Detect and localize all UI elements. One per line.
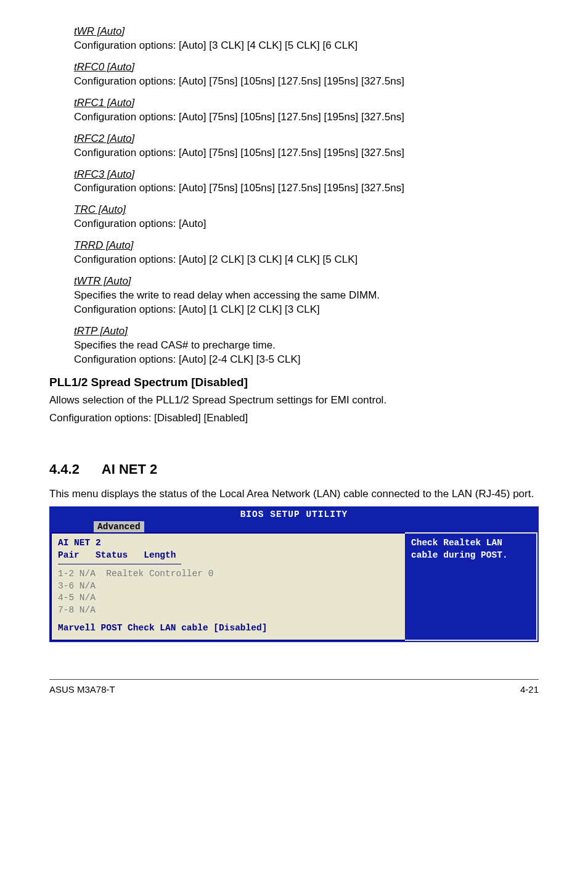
option-title: tWTR [Auto] xyxy=(74,274,539,289)
option-desc: Specifies the read CAS# to precharge tim… xyxy=(74,339,539,353)
option-title: tRTP [Auto] xyxy=(74,324,539,339)
bios-marvell-line: Marvell POST Check LAN cable [Disabled] xyxy=(58,622,399,635)
option-tRFC3: tRFC3 [Auto] Configuration options: [Aut… xyxy=(74,168,539,196)
divider xyxy=(58,564,181,564)
section-intro: This menu displays the status of the Loc… xyxy=(49,487,539,501)
option-title: tRFC3 [Auto] xyxy=(74,168,539,182)
option-text: Configuration options: [Auto] [75ns] [10… xyxy=(74,110,539,125)
option-tRFC1: tRFC1 [Auto] Configuration options: [Aut… xyxy=(74,96,539,125)
option-text: Configuration options: [Auto] [75ns] [10… xyxy=(74,146,539,160)
bios-row: 1-2 N/A Realtek Controller 0 xyxy=(58,568,399,580)
bios-tab-advanced: Advanced xyxy=(94,521,144,532)
option-text: Configuration options: [Auto] [75ns] [10… xyxy=(74,181,539,196)
option-TRRD: TRRD [Auto] Configuration options: [Auto… xyxy=(74,239,539,267)
option-text: Configuration options: [Auto] [2-4 CLK] … xyxy=(74,353,539,367)
option-text: Configuration options: [Auto] xyxy=(74,217,539,231)
option-title: tRFC0 [Auto] xyxy=(74,60,539,75)
bios-help-text: Check Realtek LAN cable during POST. xyxy=(411,537,530,561)
option-title: tWR [Auto] xyxy=(74,25,539,39)
option-title: tRFC2 [Auto] xyxy=(74,132,539,146)
bios-tab-row: Advanced xyxy=(51,521,537,532)
option-text: Configuration options: [Auto] [2 CLK] [3… xyxy=(74,253,539,267)
option-desc: Specifies the write to read delay when a… xyxy=(74,289,539,303)
option-tRFC2: tRFC2 [Auto] Configuration options: [Aut… xyxy=(74,132,539,160)
section-heading-text: 4.4.2 AI NET 2 xyxy=(49,460,539,479)
option-title: TRC [Auto] xyxy=(74,203,539,217)
pll-opts: Configuration options: [Disabled] [Enabl… xyxy=(49,411,539,426)
bios-panel-title: AI NET 2 xyxy=(58,537,399,550)
bios-help-panel: Check Realtek LAN cable during POST. xyxy=(405,532,537,641)
option-tWTR: tWTR [Auto] Specifies the write to read … xyxy=(74,274,539,317)
bios-column-header: Pair Status Length xyxy=(58,550,399,562)
bios-screen: BIOS SETUP UTILITY Advanced AI NET 2 Pai… xyxy=(49,506,539,642)
pll-heading: PLL1/2 Spread Spectrum [Disabled] xyxy=(49,374,539,390)
bios-row: 7-8 N/A xyxy=(58,604,399,617)
option-tRFC0: tRFC0 [Auto] Configuration options: [Aut… xyxy=(74,60,539,89)
footer-left: ASUS M3A78-T xyxy=(49,683,115,696)
pll-desc: Allows selection of the PLL1/2 Spread Sp… xyxy=(49,394,539,408)
bios-row: 3-6 N/A xyxy=(58,580,399,593)
option-tWR: tWR [Auto] Configuration options: [Auto]… xyxy=(74,25,539,53)
section-heading: 4.4.2 AI NET 2 xyxy=(49,460,539,479)
option-title: TRRD [Auto] xyxy=(74,239,539,253)
bios-body: AI NET 2 Pair Status Length 1-2 N/A Real… xyxy=(51,532,537,641)
footer-right: 4-21 xyxy=(520,683,539,696)
bios-left-panel: AI NET 2 Pair Status Length 1-2 N/A Real… xyxy=(51,532,405,641)
bios-row: 4-5 N/A xyxy=(58,592,399,604)
page-footer: ASUS M3A78-T 4-21 xyxy=(49,679,539,696)
option-text: Configuration options: [Auto] [75ns] [10… xyxy=(74,75,539,89)
option-tRTP: tRTP [Auto] Specifies the read CAS# to p… xyxy=(74,324,539,367)
option-title: tRFC1 [Auto] xyxy=(74,96,539,110)
option-text: Configuration options: [Auto] [1 CLK] [2… xyxy=(74,303,539,317)
option-TRC: TRC [Auto] Configuration options: [Auto] xyxy=(74,203,539,231)
option-text: Configuration options: [Auto] [3 CLK] [4… xyxy=(74,39,539,53)
bios-title: BIOS SETUP UTILITY xyxy=(51,508,537,522)
